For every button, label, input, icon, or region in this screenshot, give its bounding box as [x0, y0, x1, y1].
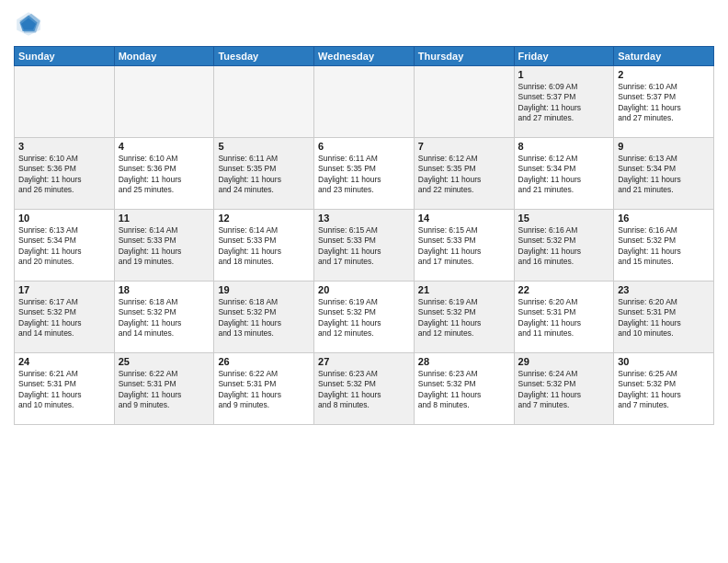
day-number: 24 [18, 356, 110, 367]
day-info: Sunrise: 6:20 AMSunset: 5:31 PMDaylight:… [618, 297, 710, 339]
day-info: Sunrise: 6:17 AMSunset: 5:32 PMDaylight:… [18, 297, 110, 339]
day-number: 16 [618, 213, 710, 224]
calendar-day-cell: 7Sunrise: 6:12 AMSunset: 5:35 PMDaylight… [414, 138, 514, 210]
day-info: Sunrise: 6:12 AMSunset: 5:34 PMDaylight:… [518, 154, 610, 196]
calendar-day-cell: 2Sunrise: 6:10 AMSunset: 5:37 PMDaylight… [614, 66, 714, 138]
calendar-day-cell [15, 66, 115, 138]
calendar-table: SundayMondayTuesdayWednesdayThursdayFrid… [14, 46, 714, 425]
day-info: Sunrise: 6:15 AMSunset: 5:33 PMDaylight:… [418, 225, 510, 268]
calendar-day-cell: 5Sunrise: 6:11 AMSunset: 5:35 PMDaylight… [214, 138, 314, 210]
weekday-header: Friday [514, 47, 614, 66]
day-info: Sunrise: 6:23 AMSunset: 5:32 PMDaylight:… [318, 369, 410, 411]
day-info: Sunrise: 6:12 AMSunset: 5:35 PMDaylight:… [418, 154, 510, 196]
calendar-day-cell [414, 66, 514, 138]
day-number: 26 [218, 356, 310, 367]
logo-icon [14, 9, 43, 39]
day-number: 14 [418, 213, 510, 224]
day-info: Sunrise: 6:19 AMSunset: 5:32 PMDaylight:… [418, 297, 510, 339]
day-number: 11 [119, 213, 210, 224]
calendar-week-row: 1Sunrise: 6:09 AMSunset: 5:37 PMDaylight… [15, 66, 714, 138]
calendar-day-cell: 18Sunrise: 6:18 AMSunset: 5:32 PMDayligh… [114, 282, 214, 353]
day-info: Sunrise: 6:25 AMSunset: 5:32 PMDaylight:… [618, 369, 710, 411]
calendar-day-cell: 4Sunrise: 6:10 AMSunset: 5:36 PMDaylight… [114, 138, 214, 210]
day-info: Sunrise: 6:19 AMSunset: 5:32 PMDaylight:… [318, 297, 410, 339]
calendar-week-row: 10Sunrise: 6:13 AMSunset: 5:34 PMDayligh… [15, 210, 714, 282]
day-info: Sunrise: 6:13 AMSunset: 5:34 PMDaylight:… [618, 154, 710, 196]
calendar-day-cell: 16Sunrise: 6:16 AMSunset: 5:32 PMDayligh… [614, 210, 714, 282]
header [14, 9, 714, 39]
calendar-day-cell: 25Sunrise: 6:22 AMSunset: 5:31 PMDayligh… [114, 353, 214, 425]
weekday-header: Thursday [414, 47, 514, 66]
calendar-day-cell: 12Sunrise: 6:14 AMSunset: 5:33 PMDayligh… [214, 210, 314, 282]
day-info: Sunrise: 6:16 AMSunset: 5:32 PMDaylight:… [518, 225, 610, 268]
day-info: Sunrise: 6:14 AMSunset: 5:33 PMDaylight:… [218, 225, 310, 268]
day-info: Sunrise: 6:22 AMSunset: 5:31 PMDaylight:… [119, 369, 210, 411]
day-number: 17 [18, 284, 110, 295]
day-number: 3 [18, 141, 110, 152]
day-info: Sunrise: 6:16 AMSunset: 5:32 PMDaylight:… [618, 225, 710, 268]
day-info: Sunrise: 6:13 AMSunset: 5:34 PMDaylight:… [18, 225, 110, 268]
day-info: Sunrise: 6:11 AMSunset: 5:35 PMDaylight:… [218, 154, 310, 196]
day-number: 20 [318, 284, 410, 295]
calendar-day-cell: 24Sunrise: 6:21 AMSunset: 5:31 PMDayligh… [15, 353, 115, 425]
day-info: Sunrise: 6:23 AMSunset: 5:32 PMDaylight:… [418, 369, 510, 411]
weekday-header: Saturday [614, 47, 714, 66]
calendar-day-cell: 11Sunrise: 6:14 AMSunset: 5:33 PMDayligh… [114, 210, 214, 282]
day-number: 2 [618, 69, 710, 80]
day-info: Sunrise: 6:10 AMSunset: 5:36 PMDaylight:… [18, 154, 110, 196]
day-number: 21 [418, 284, 510, 295]
day-info: Sunrise: 6:21 AMSunset: 5:31 PMDaylight:… [18, 369, 110, 411]
day-number: 5 [218, 141, 310, 152]
day-number: 30 [618, 356, 710, 367]
calendar-day-cell: 19Sunrise: 6:18 AMSunset: 5:32 PMDayligh… [214, 282, 314, 353]
calendar-day-cell: 9Sunrise: 6:13 AMSunset: 5:34 PMDaylight… [614, 138, 714, 210]
day-number: 13 [318, 213, 410, 224]
calendar-day-cell: 10Sunrise: 6:13 AMSunset: 5:34 PMDayligh… [15, 210, 115, 282]
weekday-header-row: SundayMondayTuesdayWednesdayThursdayFrid… [15, 47, 714, 66]
day-number: 1 [518, 69, 610, 80]
day-number: 27 [318, 356, 410, 367]
day-number: 25 [119, 356, 210, 367]
day-info: Sunrise: 6:20 AMSunset: 5:31 PMDaylight:… [518, 297, 610, 339]
day-number: 23 [618, 284, 710, 295]
day-info: Sunrise: 6:18 AMSunset: 5:32 PMDaylight:… [119, 297, 210, 339]
calendar-week-row: 3Sunrise: 6:10 AMSunset: 5:36 PMDaylight… [15, 138, 714, 210]
day-number: 12 [218, 213, 310, 224]
calendar-day-cell: 21Sunrise: 6:19 AMSunset: 5:32 PMDayligh… [414, 282, 514, 353]
calendar-day-cell: 13Sunrise: 6:15 AMSunset: 5:33 PMDayligh… [314, 210, 415, 282]
day-number: 15 [518, 213, 610, 224]
day-info: Sunrise: 6:11 AMSunset: 5:35 PMDaylight:… [318, 154, 410, 196]
calendar-day-cell: 15Sunrise: 6:16 AMSunset: 5:32 PMDayligh… [514, 210, 614, 282]
day-number: 6 [318, 141, 410, 152]
weekday-header: Sunday [15, 47, 115, 66]
calendar-day-cell: 14Sunrise: 6:15 AMSunset: 5:33 PMDayligh… [414, 210, 514, 282]
weekday-header: Monday [114, 47, 214, 66]
calendar-day-cell: 29Sunrise: 6:24 AMSunset: 5:32 PMDayligh… [514, 353, 614, 425]
calendar-day-cell: 8Sunrise: 6:12 AMSunset: 5:34 PMDaylight… [514, 138, 614, 210]
day-number: 28 [418, 356, 510, 367]
day-number: 29 [518, 356, 610, 367]
calendar-day-cell: 17Sunrise: 6:17 AMSunset: 5:32 PMDayligh… [15, 282, 115, 353]
day-number: 10 [18, 213, 110, 224]
day-info: Sunrise: 6:14 AMSunset: 5:33 PMDaylight:… [119, 225, 210, 268]
calendar-week-row: 24Sunrise: 6:21 AMSunset: 5:31 PMDayligh… [15, 353, 714, 425]
day-info: Sunrise: 6:10 AMSunset: 5:36 PMDaylight:… [119, 154, 210, 196]
day-number: 19 [218, 284, 310, 295]
day-number: 7 [418, 141, 510, 152]
calendar-day-cell [114, 66, 214, 138]
day-number: 18 [119, 284, 210, 295]
calendar-day-cell: 28Sunrise: 6:23 AMSunset: 5:32 PMDayligh… [414, 353, 514, 425]
calendar-day-cell [314, 66, 415, 138]
calendar-week-row: 17Sunrise: 6:17 AMSunset: 5:32 PMDayligh… [15, 282, 714, 353]
calendar-day-cell: 22Sunrise: 6:20 AMSunset: 5:31 PMDayligh… [514, 282, 614, 353]
weekday-header: Tuesday [214, 47, 314, 66]
day-number: 4 [119, 141, 210, 152]
logo [14, 9, 47, 39]
calendar-day-cell: 26Sunrise: 6:22 AMSunset: 5:31 PMDayligh… [214, 353, 314, 425]
day-number: 22 [518, 284, 610, 295]
day-info: Sunrise: 6:10 AMSunset: 5:37 PMDaylight:… [618, 82, 710, 124]
day-number: 8 [518, 141, 610, 152]
calendar-day-cell: 3Sunrise: 6:10 AMSunset: 5:36 PMDaylight… [15, 138, 115, 210]
calendar-day-cell: 23Sunrise: 6:20 AMSunset: 5:31 PMDayligh… [614, 282, 714, 353]
calendar-day-cell: 6Sunrise: 6:11 AMSunset: 5:35 PMDaylight… [314, 138, 415, 210]
